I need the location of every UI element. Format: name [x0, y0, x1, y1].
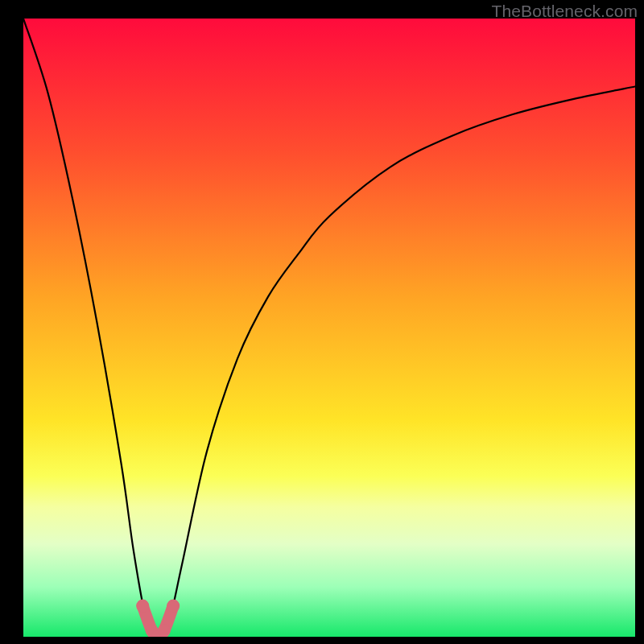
bottleneck-curve — [23, 19, 635, 637]
optimal-dot — [158, 624, 171, 637]
watermark-text: TheBottleneck.com — [492, 2, 638, 21]
chart-svg — [23, 19, 635, 637]
optimal-dot — [167, 600, 180, 613]
optimal-dot — [136, 600, 149, 613]
